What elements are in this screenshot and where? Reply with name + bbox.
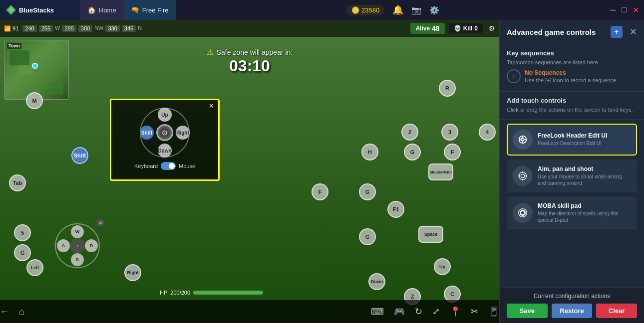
app-name: BlueStacks xyxy=(19,6,54,14)
location-button[interactable]: 📍 xyxy=(450,306,461,317)
keyboard-button[interactable]: ⌨ xyxy=(371,306,384,317)
freelook-icon xyxy=(517,134,528,145)
add-touch-desc: Click or drag the actions on the screen … xyxy=(507,106,637,114)
moba-card[interactable]: MOBA skill pad Map the direction of spel… xyxy=(507,196,637,229)
key-5[interactable]: 5 xyxy=(14,224,31,241)
moba-card-title: MOBA skill pad xyxy=(538,202,631,209)
dpad-left-button[interactable]: Shift xyxy=(140,126,154,140)
key-f-top[interactable]: F xyxy=(444,144,461,161)
freelook-card[interactable]: FreeLook Header Edit UI FreeLook Descrip… xyxy=(507,124,637,156)
minimap-label: Town xyxy=(7,43,21,49)
freelook-card-desc: FreeLook Description Edit UI xyxy=(538,140,631,147)
aim-card[interactable]: Aim, pan and shoot Use your mouse to sho… xyxy=(507,160,637,192)
key-left[interactable]: Left xyxy=(26,259,43,276)
notification-icon[interactable]: 🔔 xyxy=(392,4,403,15)
key-space[interactable]: Space xyxy=(418,226,443,243)
key-f-mid[interactable]: F xyxy=(312,183,328,200)
save-button[interactable]: Save xyxy=(507,304,548,318)
moba-card-icon xyxy=(513,203,533,223)
dpad-down-button[interactable]: Down xyxy=(158,144,172,158)
key-w[interactable]: W xyxy=(71,225,84,238)
minimap-inner: Town xyxy=(4,40,68,99)
title-bar-center: 🪙 23580 🔔 📷 ⚙️ xyxy=(176,4,610,15)
home-button[interactable]: ⌂ xyxy=(19,307,24,317)
close-button[interactable]: ✕ xyxy=(633,5,639,15)
wasd-close[interactable]: ✕ xyxy=(97,219,104,226)
home-tab-label: Home xyxy=(99,6,116,14)
game-icon: 🔫 xyxy=(131,6,139,14)
coin-icon: 🪙 xyxy=(351,6,359,14)
panel-close-button[interactable]: ✕ xyxy=(630,26,637,37)
keyboard-mouse-toggle: Keyboard Mouse xyxy=(116,162,213,170)
hp-value: 200/200 xyxy=(170,290,190,296)
keyboard-mouse-switch[interactable] xyxy=(161,162,176,170)
freelook-popup: ✕ Up Down Shift Right Keyboard Mouse xyxy=(110,99,220,181)
resize-button[interactable]: ⤢ xyxy=(432,306,440,317)
key-s[interactable]: S xyxy=(71,253,84,266)
svg-point-3 xyxy=(521,138,524,141)
app-brand: BlueStacks xyxy=(0,0,80,20)
back-button[interactable]: ← xyxy=(0,307,9,317)
key-3[interactable]: 3 xyxy=(441,124,458,141)
key-g-left[interactable]: G xyxy=(14,244,31,261)
key-sequences-desc: Tap/combo sequences are listed here. xyxy=(507,59,637,66)
coins-value: 23580 xyxy=(361,6,379,14)
key-shift-left[interactable]: Shift xyxy=(71,147,88,164)
add-touch-section: Add touch controls Click or drag the act… xyxy=(500,92,644,119)
hp-bar: HP 200/200 xyxy=(160,290,263,296)
key-down[interactable]: Down xyxy=(368,273,385,290)
config-actions-title: Current configuration actions xyxy=(507,293,637,300)
restore-button[interactable]: Restore xyxy=(552,304,593,318)
rotate-button[interactable]: ↻ xyxy=(415,306,422,317)
add-touch-title: Add touch controls xyxy=(507,97,637,104)
clear-button[interactable]: Clear xyxy=(596,304,637,318)
config-actions-buttons: Save Restore Clear xyxy=(507,304,637,318)
key-d[interactable]: D xyxy=(85,239,98,252)
freelook-card-info: FreeLook Header Edit UI FreeLook Descrip… xyxy=(538,132,631,147)
key-up[interactable]: Up xyxy=(434,258,451,275)
tab-home[interactable]: 🏠 Home xyxy=(80,0,124,20)
safe-zone-message: ⚠ Safe zone will appear in: 03:10 xyxy=(207,47,293,75)
settings-icon[interactable]: ⚙️ xyxy=(429,5,439,15)
key-h[interactable]: H xyxy=(361,144,378,161)
key-g-lower[interactable]: G xyxy=(359,183,376,200)
key-a[interactable]: A xyxy=(57,239,70,252)
no-sequences-desc: Use the [+] icon to record a sequence xyxy=(525,77,616,83)
minimize-button[interactable]: ─ xyxy=(610,5,616,14)
key-g-mid[interactable]: G xyxy=(404,144,421,161)
hud-settings-icon[interactable]: ⚙ xyxy=(489,24,495,32)
key-4[interactable]: 4 xyxy=(479,124,496,141)
safe-zone-text: Safe zone will appear in: xyxy=(217,48,293,56)
key-f1[interactable]: F1 xyxy=(387,201,404,218)
key-g-low2[interactable]: G xyxy=(359,228,376,245)
key-tab[interactable]: Tab xyxy=(9,174,26,191)
key-2[interactable]: 2 xyxy=(401,124,418,141)
seq-icon: ① xyxy=(507,69,521,83)
hp-label: HP xyxy=(160,290,167,296)
dpad-right-button[interactable]: Right xyxy=(176,126,190,140)
key-m[interactable]: M xyxy=(26,92,43,109)
dpad-up-button[interactable]: Up xyxy=(158,108,172,122)
keyboard-label: Keyboard xyxy=(134,163,158,169)
aim-icon xyxy=(517,170,528,181)
tab-game[interactable]: 🔫 Free Fire xyxy=(124,0,176,20)
key-mouserbutton[interactable]: MouseRBtn xyxy=(428,163,453,180)
camera-icon[interactable]: 📷 xyxy=(411,5,421,15)
scissors-button[interactable]: ✂ xyxy=(471,306,478,317)
freelook-card-title: FreeLook Header Edit UI xyxy=(538,132,631,139)
key-r[interactable]: R xyxy=(439,80,456,97)
panel-title: Advanced game controls xyxy=(507,28,596,36)
phone-button[interactable]: 📱 xyxy=(488,306,499,317)
mouse-label: Mouse xyxy=(179,163,195,169)
no-sequences: ① No Sequences Use the [+] icon to recor… xyxy=(507,69,637,83)
panel-add-button[interactable]: + xyxy=(611,26,623,38)
panel-bottom: Current configuration actions Save Resto… xyxy=(500,287,644,323)
hud-top-bar: 📶 91 240 255 W 285 300 NW 330 345 N Aliv… xyxy=(0,20,499,37)
maximize-button[interactable]: □ xyxy=(622,5,627,14)
moba-icon xyxy=(517,207,528,218)
window-controls: ─ □ ✕ xyxy=(610,5,644,15)
key-right-bottom[interactable]: Right xyxy=(124,264,141,281)
dpad-center-button[interactable] xyxy=(156,124,173,141)
controller-button[interactable]: 🎮 xyxy=(394,306,405,317)
hud-alive: Alive 48 xyxy=(410,23,444,34)
